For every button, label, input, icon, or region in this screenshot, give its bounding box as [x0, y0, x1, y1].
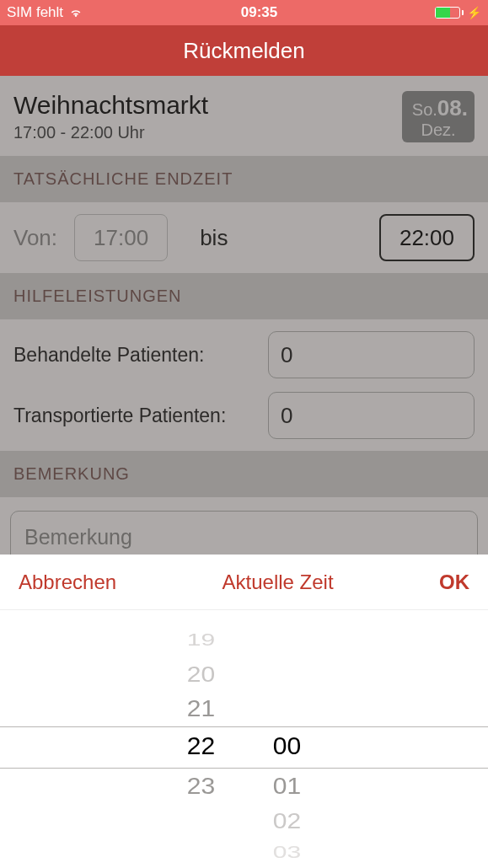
transported-input[interactable]: 0 — [268, 392, 475, 439]
treated-label: Behandelte Patienten: — [13, 344, 258, 367]
note-placeholder: Bemerkung — [24, 525, 132, 549]
nav-title: Rückmelden — [183, 38, 305, 64]
treated-value: 0 — [281, 342, 292, 368]
minute-option: 01 — [254, 773, 321, 800]
section-header-note: BEMERKUNG — [0, 451, 488, 497]
current-time-button[interactable]: Aktuelle Zeit — [223, 571, 334, 594]
from-label: Von: — [13, 225, 57, 251]
status-left: SIM fehlt — [7, 4, 83, 21]
nav-header: Rückmelden — [0, 25, 488, 76]
hour-option: 19 — [168, 630, 235, 650]
treated-input[interactable]: 0 — [268, 331, 475, 378]
time-picker-sheet: Abbrechen Aktuelle Zeit OK 19 20 21 22 2… — [0, 555, 488, 868]
picker-toolbar: Abbrechen Aktuelle Zeit OK — [0, 555, 488, 610]
from-time-value: 17:00 — [94, 225, 148, 251]
picker-wheels: 19 20 21 22 23 00 01 02 03 — [0, 610, 488, 868]
wifi-icon — [68, 5, 83, 20]
ok-button[interactable]: OK — [439, 571, 469, 594]
from-time-field[interactable]: 17:00 — [74, 214, 168, 261]
event-title: Weihnachtsmarkt — [13, 91, 208, 120]
section-header-help: HILFELEISTUNGEN — [0, 273, 488, 319]
charging-icon: ⚡ — [467, 6, 481, 19]
transported-label: Transportierte Patienten: — [13, 405, 258, 427]
event-header: Weihnachtsmarkt 17:00 - 22:00 Uhr So.08.… — [0, 76, 488, 156]
section-body-help: Behandelte Patienten: 0 Transportierte P… — [0, 319, 488, 451]
to-label: bis — [200, 225, 228, 251]
minute-option: 02 — [254, 810, 321, 834]
date-day: 08. — [437, 95, 468, 121]
event-time-range: 17:00 - 22:00 Uhr — [13, 123, 208, 142]
hour-option: 23 — [168, 773, 235, 800]
to-time-value: 22:00 — [400, 225, 454, 251]
minute-wheel[interactable]: 00 01 02 03 — [254, 610, 321, 868]
carrier-text: SIM fehlt — [7, 4, 63, 21]
row-transported: Transportierte Patienten: 0 — [13, 392, 475, 439]
date-dow: So. — [412, 100, 437, 119]
status-right: ⚡ — [435, 6, 481, 19]
section-body-endtime: Von: 17:00 bis 22:00 — [0, 202, 488, 273]
transported-value: 0 — [281, 403, 292, 429]
event-info: Weihnachtsmarkt 17:00 - 22:00 Uhr — [13, 91, 208, 142]
row-treated: Behandelte Patienten: 0 — [13, 331, 475, 378]
hour-wheel[interactable]: 19 20 21 22 23 — [168, 610, 235, 868]
status-time: 09:35 — [241, 4, 277, 21]
status-bar: SIM fehlt 09:35 ⚡ — [0, 0, 488, 25]
hour-option: 21 — [168, 695, 235, 722]
to-time-field[interactable]: 22:00 — [379, 214, 475, 261]
section-header-endtime: TATSÄCHLICHE ENDZEIT — [0, 156, 488, 202]
date-badge: So.08. Dez. — [402, 91, 475, 142]
hour-selected: 22 — [168, 731, 235, 760]
date-month: Dez. — [409, 121, 468, 139]
cancel-button[interactable]: Abbrechen — [19, 571, 116, 594]
hour-option: 20 — [168, 663, 235, 688]
minute-option: 03 — [254, 842, 321, 862]
minute-selected: 00 — [254, 731, 321, 760]
battery-icon: ⚡ — [435, 6, 481, 19]
